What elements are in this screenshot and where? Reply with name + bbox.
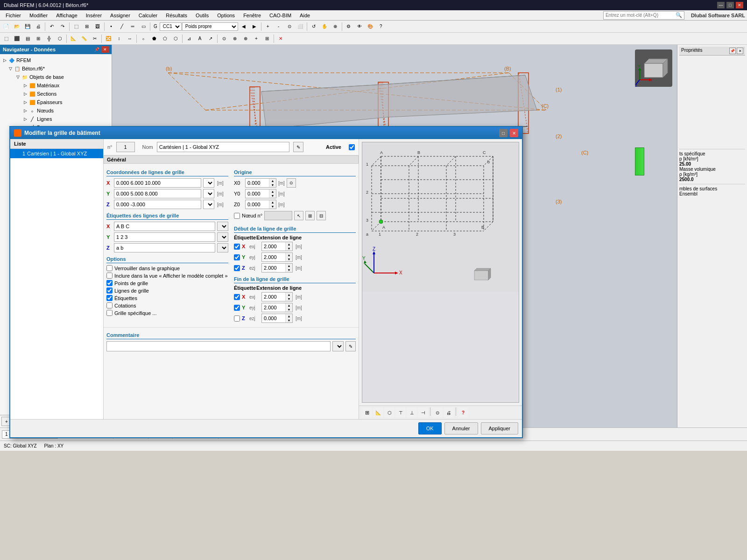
view-btn[interactable]: ⊞: [82, 21, 92, 32]
ey-debut-up[interactable]: ▲: [286, 253, 292, 257]
x-fin-check[interactable]: [234, 294, 240, 300]
menu-outils[interactable]: Outils: [192, 12, 212, 19]
tb2-snap4[interactable]: +: [251, 34, 261, 44]
tb2-12[interactable]: ↔: [125, 34, 135, 44]
preview-3d-btn[interactable]: 📐: [373, 407, 383, 418]
close-button[interactable]: ✕: [736, 2, 743, 8]
load-prev-btn[interactable]: ◀: [239, 21, 249, 32]
opt6-check[interactable]: [106, 302, 113, 308]
coord-x-select[interactable]: ▼: [203, 178, 214, 188]
tb2-delete[interactable]: ✕: [275, 34, 286, 44]
tb2-11[interactable]: ↕: [114, 34, 124, 44]
member-btn[interactable]: ═: [127, 21, 138, 32]
tb2-dim[interactable]: ⊿: [184, 34, 194, 44]
menu-fichier[interactable]: Fichier: [2, 12, 25, 19]
render-btn[interactable]: 🖼: [92, 21, 103, 32]
opt4-check[interactable]: [106, 287, 113, 294]
x0-down-btn[interactable]: ▼: [269, 183, 276, 187]
ex-debut-input[interactable]: [262, 242, 285, 251]
print-btn[interactable]: 🖨: [33, 21, 43, 32]
redo-btn[interactable]: ↷: [57, 21, 68, 32]
coord-y-select[interactable]: ▼: [203, 189, 214, 198]
menu-affichage[interactable]: Affichage: [52, 12, 81, 19]
ey-fin-input[interactable]: [262, 303, 285, 312]
select-btn[interactable]: ⬚: [71, 21, 81, 32]
btn-ok[interactable]: OK: [418, 422, 442, 434]
y-debut-check[interactable]: [234, 254, 240, 260]
menu-resultats[interactable]: Résultats: [162, 12, 191, 19]
noeud-input[interactable]: [264, 211, 292, 220]
x0-up-btn[interactable]: ▲: [269, 179, 276, 183]
nav-pin-btn[interactable]: 📌: [93, 46, 100, 53]
label-x-input[interactable]: [114, 222, 215, 231]
tree-item-lignes[interactable]: ▷ ╱ Lignes: [0, 115, 112, 123]
tree-item-epaisseurs[interactable]: ▷ 🟧 Épaisseurs: [0, 98, 112, 106]
tb2-3[interactable]: ▤: [22, 34, 33, 44]
zoom-fit-btn[interactable]: ⊙: [284, 21, 295, 32]
coord-z-input[interactable]: [114, 200, 201, 209]
tree-item-materials[interactable]: ▷ 🟧 Matériaux: [0, 81, 112, 90]
zoom-in-btn[interactable]: +: [263, 21, 273, 32]
ez-fin-input[interactable]: [262, 314, 285, 322]
ez-debut-up[interactable]: ▲: [286, 264, 292, 268]
commentaire-select[interactable]: ▼: [332, 341, 344, 351]
ey-debut-input[interactable]: [262, 253, 285, 261]
noeud-pick1-btn[interactable]: ↖: [294, 211, 303, 220]
rp-pin-btn[interactable]: 📌: [729, 48, 736, 54]
name-edit-btn[interactable]: ✎: [293, 142, 303, 152]
search-input[interactable]: [606, 13, 676, 18]
tb2-16[interactable]: ⬡: [170, 34, 181, 44]
surface-btn[interactable]: ▭: [138, 21, 148, 32]
label-y-select[interactable]: ▼: [217, 232, 228, 242]
ey-debut-down[interactable]: ▼: [286, 257, 292, 261]
z0-up-btn[interactable]: ▲: [269, 200, 276, 204]
node-btn[interactable]: •: [106, 21, 116, 32]
pan-btn[interactable]: ✋: [319, 21, 330, 32]
opt7-check[interactable]: [106, 310, 113, 316]
commentaire-input[interactable]: [106, 341, 331, 351]
dialog-id-field[interactable]: [116, 142, 135, 152]
preview-settings1-btn[interactable]: ⊙: [432, 407, 443, 418]
rp-close-btn[interactable]: ✕: [737, 48, 743, 54]
ez-debut-down[interactable]: ▼: [286, 268, 292, 272]
display-btn[interactable]: 👁: [354, 21, 365, 32]
preview-settings2-btn[interactable]: 🖨: [444, 407, 454, 418]
tb2-text[interactable]: A: [195, 34, 205, 44]
ex-fin-up[interactable]: ▲: [286, 293, 292, 297]
zoom-out-btn[interactable]: -: [274, 21, 284, 32]
rotate-btn[interactable]: ↺: [309, 21, 319, 32]
tree-item-rfem[interactable]: ▷ 🔷 RFEM: [0, 56, 112, 64]
minimize-button[interactable]: —: [717, 2, 725, 8]
ex-fin-input[interactable]: [262, 293, 285, 301]
coord-x-input[interactable]: [114, 178, 201, 188]
z-debut-check[interactable]: [234, 265, 240, 271]
commentaire-edit-btn[interactable]: ✎: [345, 341, 356, 351]
label-z-input[interactable]: [114, 243, 215, 252]
noeud-check[interactable]: [234, 213, 240, 219]
maximize-button[interactable]: □: [726, 2, 734, 8]
preview-front-btn[interactable]: ⊥: [407, 407, 417, 418]
x-debut-check[interactable]: [234, 244, 240, 250]
ez-debut-input[interactable]: [262, 264, 285, 272]
label-y-input[interactable]: [114, 232, 215, 242]
menu-cao-bim[interactable]: CAO-BIM: [266, 12, 295, 19]
dialog-maximize-btn[interactable]: □: [499, 129, 507, 137]
menu-aide[interactable]: Aide: [296, 12, 314, 19]
opt1-check[interactable]: [106, 265, 113, 271]
tb2-9[interactable]: ✂: [90, 34, 100, 44]
new-btn[interactable]: 📄: [1, 21, 11, 32]
y0-up-btn[interactable]: ▲: [269, 189, 276, 194]
tb2-6[interactable]: ⬡: [55, 34, 65, 44]
ez-fin-up[interactable]: ▲: [286, 314, 292, 318]
tb2-2[interactable]: ⬛: [12, 34, 22, 44]
active-checkbox[interactable]: [349, 144, 355, 150]
menu-modifier[interactable]: Modifier: [26, 12, 51, 19]
view-cube[interactable]: X Y Z: [635, 49, 672, 88]
ey-fin-down[interactable]: ▼: [286, 308, 292, 312]
y-fin-check[interactable]: [234, 305, 240, 311]
ex-debut-down[interactable]: ▼: [286, 246, 292, 251]
z0-input[interactable]: [246, 200, 269, 209]
menu-options[interactable]: Options: [213, 12, 239, 19]
tb2-snap1[interactable]: ⊙: [219, 34, 229, 44]
tb2-8[interactable]: 📏: [79, 34, 89, 44]
